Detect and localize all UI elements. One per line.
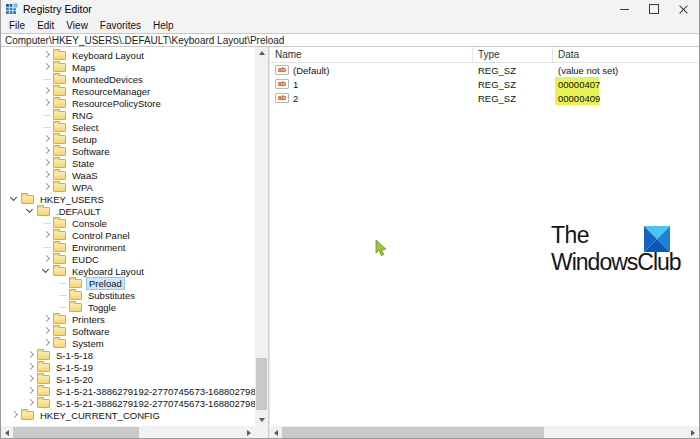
tree-node[interactable]: Console — [1, 217, 255, 229]
tree-vscroll-thumb[interactable] — [256, 358, 267, 410]
tree-node[interactable]: HKEY_USERS — [1, 193, 255, 205]
tree-label[interactable]: S-1-5-21-3886279192-2770745673-168802798… — [54, 386, 255, 397]
tree-node[interactable]: Printers — [1, 313, 255, 325]
tree-node[interactable]: Software — [1, 145, 255, 157]
chevron-right-icon[interactable] — [41, 229, 53, 241]
tree-node[interactable]: S-1-5-18 — [1, 349, 255, 361]
tree-node[interactable]: ResourceManager — [1, 85, 255, 97]
menu-item-view[interactable]: View — [60, 20, 94, 31]
tree-node[interactable]: WaaS — [1, 169, 255, 181]
tree-label[interactable]: S-1-5-19 — [54, 362, 95, 373]
chevron-right-icon[interactable] — [41, 61, 53, 73]
tree-label[interactable]: Select — [70, 122, 100, 133]
tree-label[interactable]: MountedDevices — [70, 74, 145, 85]
tree-node[interactable]: Toggle — [1, 301, 255, 313]
value-row[interactable]: ab1REG_SZ00000407 — [270, 77, 699, 91]
tree-node[interactable]: System — [1, 337, 255, 349]
chevron-right-icon[interactable] — [25, 397, 37, 409]
tree-label[interactable]: Keyboard Layout — [70, 266, 146, 277]
chevron-right-icon[interactable] — [25, 373, 37, 385]
tree-label[interactable]: WaaS — [70, 170, 100, 181]
tree-node[interactable]: S-1-5-19 — [1, 361, 255, 373]
chevron-right-icon[interactable] — [41, 337, 53, 349]
chevron-right-icon[interactable] — [41, 325, 53, 337]
tree-node[interactable]: WPA — [1, 181, 255, 193]
scroll-right-icon[interactable] — [687, 426, 699, 439]
tree-node[interactable]: RNG — [1, 109, 255, 121]
chevron-right-icon[interactable] — [41, 49, 53, 61]
tree-node[interactable]: Maps — [1, 61, 255, 73]
tree-label[interactable]: Printers — [70, 314, 107, 325]
tree-node[interactable]: EUDC — [1, 253, 255, 265]
menu-item-edit[interactable]: Edit — [31, 20, 60, 31]
chevron-right-icon[interactable] — [41, 145, 53, 157]
tree-label[interactable]: Environment — [70, 242, 127, 253]
list-horizontal-scrollbar[interactable] — [270, 426, 699, 439]
tree-label[interactable]: Console — [70, 218, 109, 229]
chevron-right-icon[interactable] — [25, 361, 37, 373]
chevron-down-icon[interactable] — [25, 205, 37, 217]
chevron-right-icon[interactable] — [41, 253, 53, 265]
tree-label[interactable]: Setup — [70, 134, 99, 145]
chevron-right-icon[interactable] — [41, 169, 53, 181]
tree-node[interactable]: Select — [1, 121, 255, 133]
tree-label[interactable]: S-1-5-21-3886279192-2770745673-168802798… — [54, 398, 255, 409]
tree-node[interactable]: MountedDevices — [1, 73, 255, 85]
tree-node[interactable]: Keyboard Layout — [1, 265, 255, 277]
tree-node[interactable]: Control Panel — [1, 229, 255, 241]
tree-label[interactable]: WPA — [70, 182, 95, 193]
scroll-left-icon[interactable] — [270, 426, 282, 439]
value-row[interactable]: ab2REG_SZ00000409 — [270, 91, 699, 105]
menu-item-file[interactable]: File — [3, 20, 31, 31]
chevron-right-icon[interactable] — [9, 409, 21, 421]
tree-label[interactable]: Substitutes — [86, 290, 137, 301]
address-bar[interactable]: Computer\HKEY_USERS\.DEFAULT\Keyboard La… — [1, 33, 699, 47]
chevron-down-icon[interactable] — [41, 265, 53, 277]
tree-node[interactable]: Keyboard Layout — [1, 49, 255, 61]
tree-node[interactable]: Preload — [1, 277, 255, 289]
tree-horizontal-scrollbar[interactable] — [1, 426, 255, 439]
list-hscroll-thumb[interactable] — [282, 427, 544, 438]
chevron-right-icon[interactable] — [41, 133, 53, 145]
scroll-up-icon[interactable] — [255, 47, 268, 59]
chevron-right-icon[interactable] — [41, 181, 53, 193]
tree-label[interactable]: EUDC — [70, 254, 101, 265]
tree-label[interactable]: State — [70, 158, 96, 169]
tree-vertical-scrollbar[interactable] — [255, 47, 268, 426]
tree-label-selected[interactable]: Preload — [86, 277, 125, 290]
tree-node[interactable]: Environment — [1, 241, 255, 253]
tree-label[interactable]: Software — [70, 326, 112, 337]
column-header-type[interactable]: Type — [473, 47, 553, 62]
chevron-right-icon[interactable] — [25, 385, 37, 397]
tree-label[interactable]: ResourcePolicyStore — [70, 98, 163, 109]
tree-label[interactable]: Toggle — [86, 302, 118, 313]
tree-label[interactable]: Keyboard Layout — [70, 50, 146, 61]
column-header-name[interactable]: Name — [270, 47, 473, 62]
minimize-icon[interactable] — [609, 0, 639, 18]
tree-label[interactable]: Control Panel — [70, 230, 132, 241]
tree-label[interactable]: System — [70, 338, 106, 349]
tree-label[interactable]: RNG — [70, 110, 95, 121]
scroll-right-icon[interactable] — [243, 426, 255, 439]
menu-item-favorites[interactable]: Favorites — [94, 20, 147, 31]
maximize-icon[interactable] — [639, 0, 669, 18]
tree-label[interactable]: .DEFAULT — [54, 206, 103, 217]
tree-label[interactable]: S-1-5-20 — [54, 374, 95, 385]
scroll-down-icon[interactable] — [255, 414, 268, 426]
tree-node[interactable]: State — [1, 157, 255, 169]
tree-label[interactable]: HKEY_USERS — [38, 194, 106, 205]
tree-label[interactable]: HKEY_CURRENT_CONFIG — [38, 410, 162, 421]
chevron-right-icon[interactable] — [41, 157, 53, 169]
column-header-data[interactable]: Data — [553, 47, 699, 62]
chevron-right-icon[interactable] — [41, 313, 53, 325]
close-icon[interactable] — [669, 0, 699, 18]
tree-node[interactable]: S-1-5-20 — [1, 373, 255, 385]
chevron-right-icon[interactable] — [41, 97, 53, 109]
tree-hscroll-thumb[interactable] — [13, 427, 139, 438]
chevron-down-icon[interactable] — [9, 193, 21, 205]
scroll-left-icon[interactable] — [1, 426, 13, 439]
menu-item-help[interactable]: Help — [147, 20, 180, 31]
tree-node[interactable]: ResourcePolicyStore — [1, 97, 255, 109]
value-row[interactable]: ab(Default)REG_SZ(value not set) — [270, 63, 699, 77]
tree-node[interactable]: HKEY_CURRENT_CONFIG — [1, 409, 255, 421]
